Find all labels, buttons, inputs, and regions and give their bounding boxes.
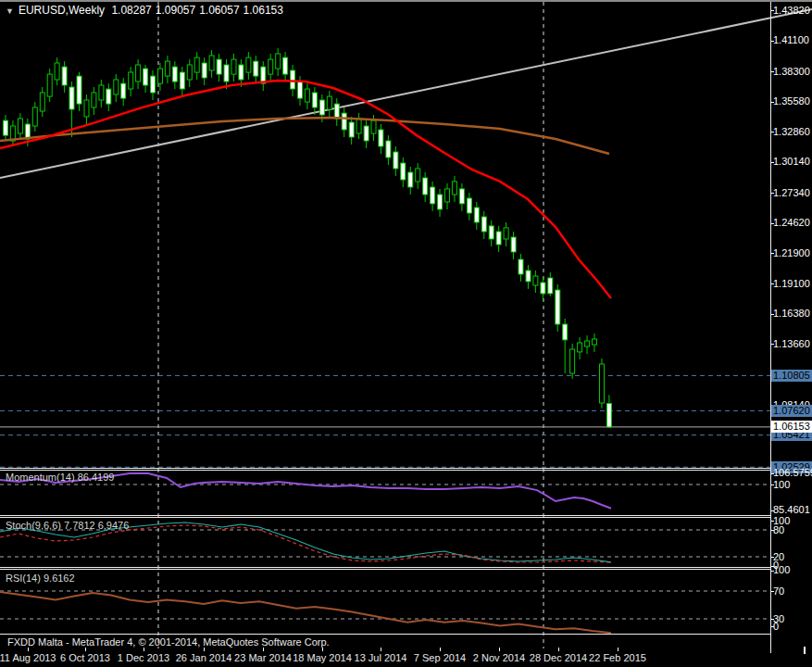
momentum-axis-label: 100 xyxy=(773,479,790,491)
price-axis-label: 1.24620 xyxy=(773,217,810,229)
date-tick xyxy=(85,648,86,651)
price-axis-border xyxy=(770,2,771,653)
bear-candle-body xyxy=(334,104,339,119)
bull-candle-body xyxy=(32,107,37,126)
bear-candle-body xyxy=(431,187,435,204)
bull-candle-body xyxy=(445,189,450,202)
mt4-chart-window: ▼EURUSD,Weekly 1.082871.090571.060571.06… xyxy=(0,0,812,667)
date-tick xyxy=(204,648,205,651)
bear-candle-body xyxy=(526,271,531,282)
price-axis-label: 1.35580 xyxy=(773,95,810,107)
bull-candle-body xyxy=(585,341,590,346)
bear-candle-body xyxy=(202,63,206,78)
copyright-status-text: FXDD Malta - MetaTrader 4, © 2001-2014, … xyxy=(7,636,330,648)
rsi-axis-label: 0 xyxy=(773,621,779,633)
bull-candle-body xyxy=(40,93,44,111)
bear-candle-body xyxy=(298,82,303,98)
bull-candle-body xyxy=(305,89,309,102)
bull-candle-body xyxy=(276,54,281,69)
price-axis-label: 1.38300 xyxy=(773,66,810,78)
date-axis-label: 13 Jul 2014 xyxy=(355,652,407,664)
panel-separator xyxy=(0,634,770,635)
price-level-label: 1.10805 xyxy=(771,370,812,382)
bear-candle-body xyxy=(541,283,545,294)
bull-candle-body xyxy=(231,59,236,74)
date-tick xyxy=(322,648,323,651)
bear-candle-body xyxy=(144,69,148,85)
bull-candle-body xyxy=(55,63,59,80)
bull-candle-body xyxy=(99,85,104,100)
price-axis-label: 1.13660 xyxy=(773,338,810,350)
bull-candle-body xyxy=(269,59,273,74)
panel-separator xyxy=(0,567,770,568)
bear-candle-body xyxy=(518,259,523,274)
bear-candle-body xyxy=(62,67,67,85)
symbol-label: EURUSD,Weekly xyxy=(19,4,105,17)
rsi-axis-label: 100 xyxy=(773,564,790,576)
bear-candle-body xyxy=(349,122,354,137)
date-axis-label: 2 Nov 2014 xyxy=(473,652,525,664)
bear-candle-body xyxy=(77,76,81,104)
bear-candle-body xyxy=(69,87,74,109)
price-axis-label: 1.16380 xyxy=(773,308,810,320)
low-value: 1.06057 xyxy=(199,4,239,17)
bear-candle-body xyxy=(224,65,229,82)
bear-candle-body xyxy=(438,195,443,209)
bear-candle-body xyxy=(401,163,406,180)
bull-candle-body xyxy=(504,228,508,239)
date-tick xyxy=(558,648,559,651)
bull-candle-body xyxy=(47,74,52,96)
bear-candle-body xyxy=(423,178,428,195)
bear-candle-body xyxy=(172,67,177,82)
bull-candle-body xyxy=(246,57,251,72)
date-tick xyxy=(144,648,144,651)
momentum-axis-label: 106.5759 xyxy=(773,467,812,479)
date-axis-label: 11 Aug 2013 xyxy=(0,652,56,664)
date-tick xyxy=(618,648,618,651)
date-axis-label: 1 Dec 2013 xyxy=(118,652,169,664)
bull-candle-body xyxy=(194,57,199,72)
bear-candle-body xyxy=(556,290,560,324)
price-axis-label: 1.32860 xyxy=(773,126,810,138)
bull-candle-body xyxy=(452,182,456,195)
bear-candle-body xyxy=(481,217,486,232)
bear-candle-body xyxy=(386,141,391,157)
current-price-label: 1.06153 xyxy=(771,421,812,433)
bear-candle-body xyxy=(511,237,516,252)
bear-candle-body xyxy=(408,172,413,187)
date-tick xyxy=(381,648,381,651)
price-axis-label: 1.27340 xyxy=(773,187,810,199)
date-axis-label: 18 May 2014 xyxy=(293,652,352,664)
bull-candle-body xyxy=(578,343,582,352)
price-axis-label: 1.19100 xyxy=(773,278,810,290)
bear-candle-body xyxy=(291,70,295,89)
momentum-indicator-label: Momentum(14) 86.4199 xyxy=(6,472,114,484)
bear-candle-body xyxy=(563,324,568,340)
bear-candle-body xyxy=(342,113,346,130)
bear-candle-body xyxy=(496,232,501,245)
bull-candle-body xyxy=(158,69,163,83)
rsi-axis-label: 70 xyxy=(773,585,784,598)
chart-end-marker xyxy=(804,647,806,654)
bull-candle-body xyxy=(187,65,192,80)
bull-candle-body xyxy=(327,96,331,109)
date-axis-label: 28 Dec 2014 xyxy=(530,652,587,664)
price-axis-label: 1.43820 xyxy=(773,5,810,17)
bear-candle-body xyxy=(254,61,258,76)
bear-candle-body xyxy=(239,65,244,80)
bear-candle-body xyxy=(467,198,471,213)
bull-candle-body xyxy=(570,349,575,373)
panel-separator xyxy=(0,569,770,570)
rsi-indicator-label: RSI(14) 9.6162 xyxy=(6,573,75,585)
bear-candle-body xyxy=(474,208,479,222)
date-tick xyxy=(440,648,441,651)
bear-candle-body xyxy=(312,93,317,107)
stoch-axis-label: 80 xyxy=(773,524,784,536)
bear-candle-body xyxy=(459,189,464,204)
date-axis-label: 6 Oct 2013 xyxy=(60,652,110,664)
date-axis-label: 7 Sep 2014 xyxy=(414,652,466,664)
bull-candle-body xyxy=(416,169,420,182)
bull-candle-body xyxy=(356,119,361,133)
bull-candle-body xyxy=(129,72,133,89)
bull-candle-body xyxy=(371,120,376,133)
